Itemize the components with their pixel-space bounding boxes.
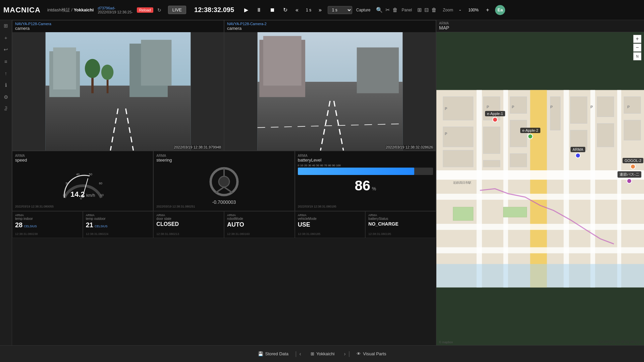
steering-title: steering [156,158,291,163]
map-zoom-in-button[interactable]: + [633,35,641,43]
svg-rect-16 [357,48,399,94]
vehicle-mode-value: USE [298,221,363,228]
visual-parts-button[interactable]: 👁 Visual Parts [350,349,393,359]
sidebar-upload-icon[interactable]: ↑ [5,70,7,76]
toolbar-icons: 🔍 ✂ 🗑 [376,7,398,13]
map-panel: ARMA MAP [436,20,644,345]
panel-view-icon[interactable]: ⊞ [417,7,422,13]
map-marker-eapple1[interactable]: e-Apple-1 [485,111,505,122]
bottom-next-button[interactable]: › [341,350,348,358]
user-avatar[interactable]: Ea [495,5,505,15]
reload-button[interactable]: Reload [137,7,153,13]
map-north-button[interactable]: N [633,52,641,60]
camera-1-feed: 2022/03/19 12:38:31.979948 [12,32,224,150]
live-button[interactable]: LIVE [168,6,186,14]
vehicle-mode-panel: ARMA vehicleMode USE 12:38:31.080185 [295,211,366,238]
zoom-percent: 100% [468,8,479,12]
battery-arma: ARMA [298,154,433,158]
speed-panel: ARMA speed 20 30 40 50 60 10 0 [12,151,153,211]
timestamp-display: 12:38:32.095 [194,6,234,14]
map-marker-arma[interactable]: ARMA [571,147,585,158]
steering-wheel-svg [209,167,239,197]
logo: MACNICA [3,6,41,14]
svg-text:30: 30 [65,182,69,185]
content-area: NAVYA-P128-Camera camera [12,20,436,345]
search-icon[interactable]: 🔍 [376,7,383,13]
battery-value-display: 86 [355,178,371,193]
camera-panel-2: NAVYA-P128-Camera-2 camera [224,20,436,151]
battery-value-container: 86 % [298,178,433,194]
temp-indoor-cat: temp indoor [15,217,80,221]
camera-1-device-label: NAVYA-P128-Camera [15,22,221,26]
door-state-panel: ARMA door state CLOSED 12:38:31.080213 [153,211,224,238]
scissors-icon[interactable]: ✂ [385,7,390,13]
sidebar-add-icon[interactable]: + [4,35,7,41]
battery-status-time: 12:38:31.080195 [368,232,433,236]
map-marker-eapple2[interactable]: e-Apple-2 [520,128,540,139]
location-label: Yokkaichi [316,351,334,356]
battery-status-arma: ARMA [368,214,433,217]
camera-2-title: camera [227,26,433,31]
play-button[interactable]: ▶ [242,5,250,14]
map-area[interactable]: P P P P P P P 近鉄四日市駅 e-Apple-1 [436,32,644,345]
zoom-in-button[interactable]: + [484,6,491,14]
speed-value: 1 s [306,8,311,12]
trash-icon[interactable]: 🗑 [392,7,398,13]
battery-status-value: NO_CHARGE [368,221,433,227]
map-marker-gogol2[interactable]: GOGOL-2 [623,158,643,169]
pause-button[interactable]: ⏸ [254,6,264,14]
stored-data-icon: 💾 [258,351,263,356]
sidebar-grid-icon[interactable]: ⊞ [4,23,8,29]
temp-outdoor-panel: ARMA temp outdoor 21 CELSIUS 12:38:31.08… [83,211,154,238]
temp-outdoor-unit: CELSIUS [95,225,108,228]
svg-line-32 [216,187,224,193]
panel-label: Panel [402,8,412,12]
battery-panel: ARMA batteryLevel 0102030405060708090100… [295,151,436,211]
map-header: ARMA MAP [436,20,644,32]
marker-arma-dot [575,153,581,158]
battery-status-cat: batteryStatus [368,217,433,221]
zoom-out-button[interactable]: - [457,6,463,14]
camera-2-timestamp: 2022/03/19 12:38:32.028626 [386,145,433,149]
temp-indoor-time: 12:38:31.080238 [15,232,80,236]
marker-eapple2-dot [528,134,533,139]
next-button[interactable]: » [317,6,324,14]
main-layout: ⊞ + ↩ ≡ ↑ ℹ ⚙ Plg NAVYA-P128-Camera came… [0,20,644,345]
svg-rect-5 [141,40,171,86]
sidebar-plugin-label[interactable]: Plg [4,106,8,111]
speed-arma: ARMA [15,154,150,158]
speed-select[interactable]: Speed 0.25s 0.5s 1 s 2 s 5 s [328,6,352,14]
sidebar-list-icon[interactable]: ≡ [4,59,7,64]
loop-button[interactable]: ↻ [281,5,289,14]
capture-button[interactable]: Capture [356,8,371,12]
refresh-icon[interactable]: ↻ [157,7,161,13]
sidebar-back-icon[interactable]: ↩ [4,47,8,53]
session-id: d73796ad- [98,6,133,10]
status-row: ARMA temp indoor 28 CELSIUS 12:38:31.080… [12,211,436,238]
map-markers-overlay: e-Apple-1 e-Apple-2 ARMA GOGOL-2 [436,32,644,345]
location-button[interactable]: ⊞ Yokkaichi [304,349,341,359]
temp-indoor-panel: ARMA temp indoor 28 CELSIUS 12:38:31.080… [12,211,83,238]
bottom-bar: 💾 Stored Data | ‹ ⊞ Yokkaichi › | 👁 Visu… [0,345,644,362]
stored-data-button[interactable]: 💾 Stored Data [251,349,295,359]
marker-arma-label: ARMA [571,147,585,152]
speed-gauge: 20 30 40 50 60 10 0 14.2 km/h [15,164,150,205]
battery-scale: 0102030405060708090100 [298,164,433,167]
map-marker-rensetsu[interactable]: 連節バス-二 [618,171,641,184]
steering-wheel-container [156,164,291,199]
map-zoom-out-button[interactable]: − [633,44,641,52]
breadcrumb-current: Yokkaichi [74,7,94,12]
stop-button[interactable]: ⏹ [268,6,277,14]
marker-rensetsu-dot [627,178,632,184]
sidebar-info-icon[interactable]: ℹ [5,82,7,88]
delete-icon[interactable]: 🗑 [431,7,437,13]
prev-button[interactable]: « [293,6,301,14]
map-zoom-controls: + − N [633,35,641,60]
bottom-prev-button[interactable]: ‹ [297,350,304,358]
breadcrumb-pre: intdash検証 / [47,7,74,12]
svg-point-9 [101,65,113,80]
temp-indoor-arma: ARMA [15,214,80,217]
marker-gogol2-label: GOGOL-2 [623,158,643,163]
grid-icon[interactable]: ⊟ [424,7,429,13]
sidebar-settings-icon[interactable]: ⚙ [4,94,8,100]
